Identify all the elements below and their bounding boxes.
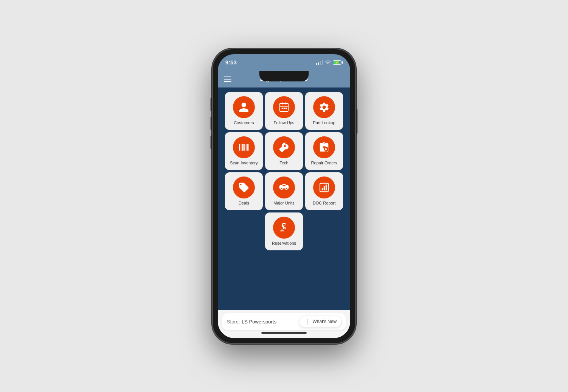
signal-icon	[316, 60, 323, 65]
clipboard-icon	[318, 142, 330, 153]
deals-label: Deals	[239, 201, 249, 206]
svg-rect-9	[242, 144, 243, 151]
bottom-inner: Store: LS Powersports ❕ What's New	[222, 313, 346, 330]
follow-ups-label: Follow Ups	[274, 120, 294, 125]
store-name: LS Powersports	[242, 319, 276, 325]
phone-frame: 9:53 ⚡	[212, 48, 356, 344]
status-icons: ⚡	[316, 59, 343, 65]
store-label: Store:	[227, 319, 240, 325]
svg-rect-11	[244, 144, 245, 151]
home-indicator	[261, 332, 307, 334]
svg-rect-14	[248, 144, 248, 151]
barcode-icon	[238, 142, 250, 153]
tile-repair-orders[interactable]: Repair Orders	[305, 132, 343, 170]
repair-orders-label: Repair Orders	[311, 161, 337, 166]
tile-follow-ups[interactable]: Follow Ups	[265, 92, 303, 130]
major-units-icon-circle	[273, 176, 295, 198]
deals-icon-circle	[233, 176, 255, 198]
tech-icon-circle	[273, 136, 295, 158]
status-time: 9:53	[225, 59, 237, 66]
status-bar: 9:53 ⚡	[218, 54, 350, 71]
doc-report-icon-circle	[313, 176, 335, 198]
tile-tech[interactable]: Tech	[265, 132, 303, 170]
tag-icon	[238, 182, 250, 193]
svg-rect-7	[239, 144, 240, 151]
customers-icon-circle	[233, 96, 255, 118]
hand-key-icon	[278, 222, 290, 233]
person-icon	[238, 102, 250, 113]
tile-major-units[interactable]: Major Units	[265, 172, 303, 210]
notch	[259, 71, 309, 81]
gear-icon	[318, 102, 330, 113]
bottom-bar: Store: LS Powersports ❕ What's New	[218, 310, 350, 338]
svg-rect-18	[324, 186, 325, 190]
major-units-label: Major Units	[273, 201, 295, 206]
chart-icon	[318, 182, 330, 193]
content-area: Customers Follow U	[218, 87, 350, 310]
tile-scan-inventory[interactable]: Scan Inventory	[225, 132, 263, 170]
tile-part-lookup[interactable]: Part Lookup	[305, 92, 343, 130]
calendar-icon	[278, 102, 290, 113]
tech-label: Tech	[279, 161, 288, 166]
svg-rect-12	[246, 144, 247, 151]
store-info: Store: LS Powersports	[227, 318, 276, 325]
svg-rect-5	[284, 108, 285, 109]
reservations-label: Reservations	[272, 241, 296, 246]
svg-rect-6	[286, 108, 287, 109]
reservations-icon-circle	[273, 217, 295, 239]
motorcycle-icon	[278, 182, 290, 193]
svg-rect-8	[241, 144, 241, 151]
customers-label: Customers	[234, 120, 254, 125]
hamburger-button[interactable]	[224, 77, 231, 82]
svg-rect-13	[247, 144, 248, 151]
wrench-icon	[278, 142, 290, 153]
wifi-icon	[325, 59, 331, 65]
grid-row-4: Reservations	[222, 212, 346, 250]
follow-ups-icon-circle	[273, 96, 295, 118]
battery-icon: ⚡	[333, 60, 343, 65]
whats-new-label: What's New	[312, 319, 337, 324]
grid-row-1: Customers Follow U	[222, 92, 346, 130]
doc-report-label: DOC Report	[313, 201, 336, 206]
phone-screen: 9:53 ⚡	[218, 54, 350, 338]
tile-customers[interactable]: Customers	[225, 92, 263, 130]
part-lookup-label: Part Lookup	[313, 120, 335, 125]
svg-rect-0	[280, 103, 289, 111]
svg-rect-10	[243, 144, 244, 151]
tile-reservations[interactable]: Reservations	[265, 212, 303, 250]
tile-doc-report[interactable]: DOC Report	[305, 172, 343, 210]
part-lookup-icon-circle	[313, 96, 335, 118]
svg-rect-17	[322, 188, 323, 190]
svg-rect-19	[326, 184, 327, 190]
grid-row-2: Scan Inventory Tech	[222, 132, 346, 170]
whats-new-button[interactable]: ❕ What's New	[300, 316, 341, 327]
scan-inventory-label: Scan Inventory	[230, 161, 257, 166]
grid-row-3: Deals Major Units	[222, 172, 346, 210]
tile-deals[interactable]: Deals	[225, 172, 263, 210]
repair-orders-icon-circle	[313, 136, 335, 158]
scan-inventory-icon-circle	[233, 136, 255, 158]
whats-new-badge: ❕	[304, 319, 311, 325]
svg-rect-4	[282, 108, 283, 109]
